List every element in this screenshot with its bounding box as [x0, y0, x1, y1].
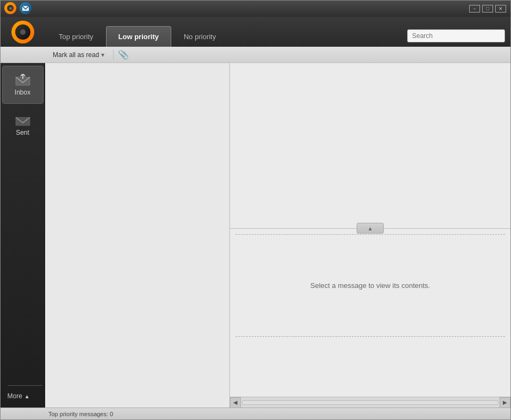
- sidebar-bottom: More ▲: [2, 385, 43, 402]
- app-logo-block: [1, 17, 45, 47]
- tab-no-priority[interactable]: No priority: [171, 26, 228, 47]
- minimize-button[interactable]: −: [469, 5, 480, 12]
- mark-all-read-label: Mark all as read: [53, 51, 99, 59]
- more-label: More: [8, 392, 22, 400]
- tab-low-priority[interactable]: Low priority: [106, 26, 171, 47]
- attachment-icon[interactable]: 📎: [118, 49, 129, 60]
- preview-empty-text: Select a message to view its contents.: [310, 281, 430, 290]
- logo-circle: [11, 21, 34, 43]
- right-panel: ▲ Select a message to view its contents.: [230, 63, 510, 408]
- close-button[interactable]: ✕: [495, 5, 506, 12]
- sidebar-divider: [8, 385, 42, 386]
- preview-top: ▲: [230, 63, 510, 229]
- more-arrow-icon: ▲: [24, 393, 30, 399]
- preview-message-area: Select a message to view its contents.: [230, 235, 510, 336]
- status-bar: Top priority messages: 0: [1, 408, 510, 419]
- app-window: − □ ✕ Top priority Low priority No prior…: [0, 0, 511, 420]
- app-icons: [0, 0, 36, 16]
- sidebar-inbox-label: Inbox: [15, 89, 30, 96]
- message-list-panel: [45, 63, 230, 408]
- search-input[interactable]: [407, 29, 505, 42]
- h-scrollbar-area: ◀ ▶: [230, 397, 510, 408]
- main-content: Inbox Sent More ▲: [1, 63, 510, 408]
- scroll-right-icon: ▶: [503, 399, 507, 405]
- sidebar: Inbox Sent More ▲: [1, 63, 45, 408]
- sidebar-item-sent[interactable]: Sent: [2, 106, 43, 144]
- toolbar: Mark all as read ▾ 📎: [1, 47, 510, 63]
- title-bar: − □ ✕: [1, 1, 510, 17]
- more-button[interactable]: More ▲: [5, 390, 32, 402]
- scroll-left-icon: ◀: [233, 399, 238, 405]
- mark-all-read-button[interactable]: Mark all as read ▾: [48, 50, 109, 60]
- toolbar-separator: [113, 49, 114, 60]
- tab-top-priority[interactable]: Top priority: [46, 26, 106, 47]
- window-controls: − □ ✕: [469, 5, 506, 12]
- maximize-button[interactable]: □: [482, 5, 493, 12]
- dashed-divider-bottom: [235, 336, 505, 337]
- inbox-icon: [14, 73, 32, 86]
- scroll-track[interactable]: [242, 400, 498, 405]
- divider-handle[interactable]: ▲: [357, 223, 384, 234]
- dropdown-arrow-icon: ▾: [101, 51, 104, 59]
- sidebar-item-inbox[interactable]: Inbox: [2, 66, 43, 104]
- status-text: Top priority messages: 0: [48, 411, 113, 417]
- preview-attachment-area: [230, 342, 510, 397]
- app-logo-1[interactable]: [4, 2, 16, 14]
- divider-arrow-icon: ▲: [367, 225, 373, 231]
- sent-icon: [14, 114, 32, 127]
- tab-bar: Top priority Low priority No priority: [1, 17, 510, 47]
- scroll-left-button[interactable]: ◀: [230, 397, 241, 408]
- sidebar-sent-label: Sent: [16, 129, 29, 136]
- logo-center: [20, 29, 26, 35]
- logo-inner: [15, 24, 30, 40]
- app-logo-2[interactable]: [20, 2, 32, 14]
- preview-body: Select a message to view its contents.: [230, 229, 510, 397]
- scroll-right-button[interactable]: ▶: [500, 397, 510, 408]
- search-area: [407, 29, 505, 42]
